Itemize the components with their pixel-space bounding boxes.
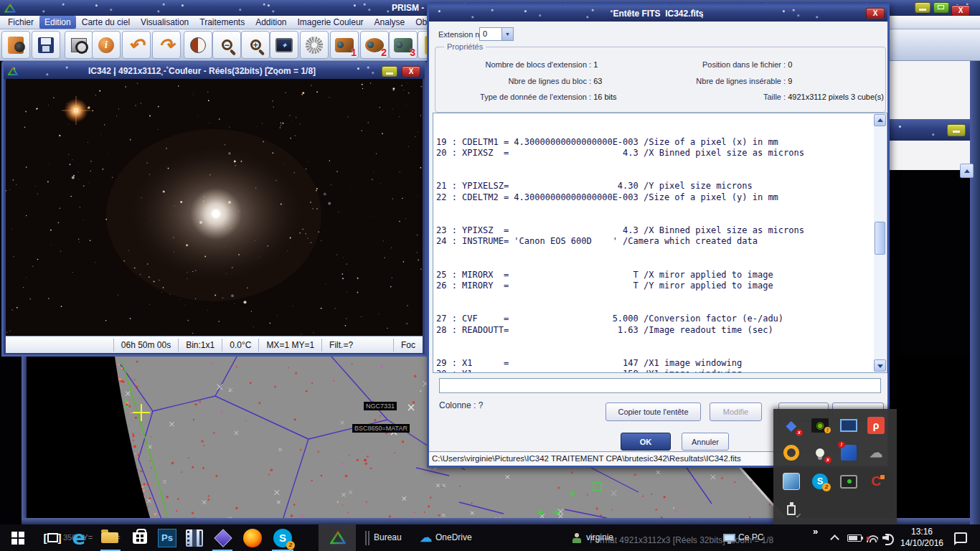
image-window: IC342 | 4921x3112 - Couleur - Réels(32bi… [1,61,427,357]
skype-icon[interactable]: S2 [272,524,293,551]
image-canvas[interactable] [6,79,423,339]
menu-traitements[interactable]: Traitements [194,16,250,29]
chart-label-matar: BSC8650=MATAR [352,424,410,433]
fits-header-dialog: Entête FITS IC342.fits X Extension n° 0 … [427,4,890,468]
desktop-toolbar-user[interactable]: virginie [586,532,613,542]
user-icon [570,524,584,551]
menu-carte-du-ciel[interactable]: Carte du ciel [77,16,135,29]
prop-label: Nbre de lignes insérable [666,77,781,85]
image-inspect-button[interactable] [65,31,93,59]
bulb-icon[interactable]: x [811,443,829,462]
properties-groupbox: Propriétés Nombre de blocs d'extension :… [435,47,886,113]
menu-visualisation[interactable]: Visualisation [136,16,194,29]
open-image-button[interactable] [1,31,30,59]
scroll-thumb[interactable] [875,222,885,255]
cancel-button[interactable]: Annuler [682,433,729,451]
prism-taskbar-button[interactable] [319,524,356,551]
skype-tray-icon[interactable]: S2 [811,472,829,491]
onedrive-gray-icon[interactable]: ☁ [867,443,885,462]
camera-3-button[interactable]: 3 [389,31,418,59]
preview-button[interactable]: ✦ [270,31,298,59]
camera-2-button[interactable]: 2 [360,31,389,59]
ccleaner-icon[interactable]: C [867,472,885,491]
extension-combobox[interactable]: 0 ▼ [479,27,514,41]
menu-imagerie-couleur[interactable]: Imagerie Couleur [293,16,369,29]
prop-value: 63 [593,77,602,85]
action-center-icon[interactable] [951,524,970,551]
toolbar-grip[interactable] [362,524,370,551]
security-alert-icon[interactable]: ! [839,443,858,462]
touchpad-icon[interactable] [839,472,858,491]
cube-app-icon[interactable] [212,524,234,551]
desktop: PRISM - X Fichier Edition Carte du ciel … [0,0,980,551]
video-editor-icon[interactable] [184,524,205,551]
clock-time: 13:16 [898,526,946,537]
menu-edition[interactable]: Edition [39,16,76,29]
image-status-bar: 06h 50m 00s Bin:1x1 0.0°C MX=1 MY=1 Filt… [6,336,423,353]
photoshop-icon[interactable]: Ps [156,524,178,551]
background-window-panel-2 [890,141,970,170]
clock[interactable]: 13:16 14/10/2016 [898,526,946,549]
dialog-title: Entête FITS IC342.fits [613,9,703,19]
fits-header-lines: 19 : CDELTM1 = 4.30000000000000000E-003 … [436,115,874,373]
chevron-down-icon[interactable]: ▼ [501,28,513,40]
image-window-title: IC342 | 4921x3112 - Couleur - Réels(32bi… [22,66,382,76]
firefox-icon[interactable] [242,524,263,551]
dialog-titlebar[interactable]: Entête FITS IC342.fits X [429,6,887,22]
image-window-titlebar[interactable]: IC342 | 4921x3112 - Couleur - Réels(32bi… [4,63,425,79]
contrast-button[interactable] [184,31,212,59]
image-minimize-button[interactable] [382,66,397,77]
toolbar-more-chevron[interactable]: » [813,526,818,537]
zoom-in-button[interactable]: + [241,31,270,59]
bg-scrollbar-up[interactable] [960,164,974,178]
onedrive-icon[interactable]: ☁ [418,524,434,551]
dome-button[interactable] [300,31,329,59]
modify-button[interactable]: Modifie [710,402,762,421]
dialog-close-button[interactable]: X [866,8,885,19]
scroll-down-button[interactable] [874,359,886,372]
scrollbar[interactable] [874,114,886,372]
copy-header-button[interactable]: Copier toute l'entête [606,402,701,421]
close-button[interactable]: X [951,5,970,16]
nvidia-icon[interactable]: ◉ ! [811,416,829,435]
image-close-button[interactable]: X [402,66,420,77]
flip-button[interactable]: ↶ [122,31,151,59]
gem-update-icon[interactable]: ◆x [782,416,801,435]
file-explorer-icon[interactable] [99,524,121,551]
desktop-toolbar-ce-pc[interactable]: Ce PC [738,532,763,542]
orange-ring-icon[interactable] [782,443,801,462]
display-settings-icon[interactable] [839,416,858,435]
menu-analyse[interactable]: Analyse [369,16,410,29]
prism-logo-icon [4,3,16,13]
chart-label-ngc7331: NGC7331 [364,402,397,410]
menu-fichier[interactable]: Fichier [3,16,39,29]
intel-graphics-icon[interactable] [782,472,801,491]
desktop-toolbar-bureau[interactable]: Bureau [374,532,402,542]
save-button[interactable] [32,31,60,59]
rotate-button[interactable]: ↷ [152,31,181,59]
taskbar: 3506 Y= | R= 33. 202 B=2 0 [] e Ps S2 [0,524,980,551]
task-view-button[interactable]: [] [42,524,63,551]
red-p-icon[interactable]: ρ [867,416,885,435]
battery-icon[interactable] [845,524,864,551]
prop-label: Nombre de blocs d'extension [440,60,587,69]
menu-addition[interactable]: Addition [250,16,291,29]
tray-expand-icon[interactable] [827,524,842,551]
network-disconnected-icon[interactable]: ✖ [864,524,880,551]
camera-1-button[interactable]: 1 [330,31,359,59]
start-button[interactable] [9,524,27,551]
scroll-up-button[interactable] [874,114,886,126]
header-edit-input[interactable] [439,378,881,393]
edge-icon[interactable]: e [68,524,90,551]
bg-minimize-button[interactable] [947,124,966,136]
maximize-button[interactable] [933,2,949,13]
volume-icon[interactable] [881,524,898,551]
desktop-toolbar-onedrive[interactable]: OneDrive [435,532,472,542]
windows-store-icon[interactable] [129,524,151,551]
ok-button[interactable]: OK [621,433,671,451]
minimize-button[interactable] [915,2,930,13]
info-button[interactable]: i [92,31,121,59]
usb-eject-icon[interactable]: ✓ [782,501,801,519]
zoom-out-button[interactable]: − [212,31,241,59]
fits-header-listbox[interactable]: 19 : CDELTM1 = 4.30000000000000000E-003 … [433,113,887,373]
